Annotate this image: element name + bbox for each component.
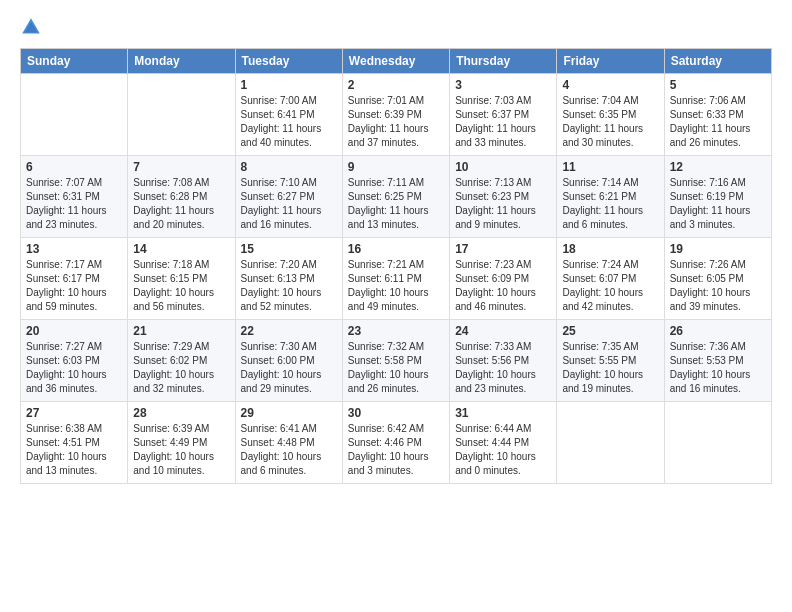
day-number: 2 bbox=[348, 78, 444, 92]
calendar-cell: 12Sunrise: 7:16 AM Sunset: 6:19 PM Dayli… bbox=[664, 156, 771, 238]
day-number: 4 bbox=[562, 78, 658, 92]
day-number: 29 bbox=[241, 406, 337, 420]
day-info: Sunrise: 7:26 AM Sunset: 6:05 PM Dayligh… bbox=[670, 258, 766, 314]
calendar-cell: 3Sunrise: 7:03 AM Sunset: 6:37 PM Daylig… bbox=[450, 74, 557, 156]
weekday-header-tuesday: Tuesday bbox=[235, 49, 342, 74]
day-info: Sunrise: 7:03 AM Sunset: 6:37 PM Dayligh… bbox=[455, 94, 551, 150]
day-info: Sunrise: 6:41 AM Sunset: 4:48 PM Dayligh… bbox=[241, 422, 337, 478]
day-info: Sunrise: 7:07 AM Sunset: 6:31 PM Dayligh… bbox=[26, 176, 122, 232]
logo bbox=[20, 16, 46, 38]
calendar-cell: 28Sunrise: 6:39 AM Sunset: 4:49 PM Dayli… bbox=[128, 402, 235, 484]
logo-icon bbox=[20, 16, 42, 38]
day-number: 25 bbox=[562, 324, 658, 338]
day-number: 6 bbox=[26, 160, 122, 174]
day-number: 5 bbox=[670, 78, 766, 92]
day-number: 10 bbox=[455, 160, 551, 174]
day-number: 15 bbox=[241, 242, 337, 256]
week-row-2: 6Sunrise: 7:07 AM Sunset: 6:31 PM Daylig… bbox=[21, 156, 772, 238]
calendar-cell: 31Sunrise: 6:44 AM Sunset: 4:44 PM Dayli… bbox=[450, 402, 557, 484]
day-info: Sunrise: 7:23 AM Sunset: 6:09 PM Dayligh… bbox=[455, 258, 551, 314]
day-info: Sunrise: 7:06 AM Sunset: 6:33 PM Dayligh… bbox=[670, 94, 766, 150]
day-info: Sunrise: 7:17 AM Sunset: 6:17 PM Dayligh… bbox=[26, 258, 122, 314]
header bbox=[20, 16, 772, 38]
day-number: 11 bbox=[562, 160, 658, 174]
calendar-cell: 24Sunrise: 7:33 AM Sunset: 5:56 PM Dayli… bbox=[450, 320, 557, 402]
day-info: Sunrise: 7:27 AM Sunset: 6:03 PM Dayligh… bbox=[26, 340, 122, 396]
day-info: Sunrise: 7:35 AM Sunset: 5:55 PM Dayligh… bbox=[562, 340, 658, 396]
calendar-cell bbox=[128, 74, 235, 156]
day-number: 3 bbox=[455, 78, 551, 92]
weekday-header-thursday: Thursday bbox=[450, 49, 557, 74]
weekday-header-row: SundayMondayTuesdayWednesdayThursdayFrid… bbox=[21, 49, 772, 74]
week-row-5: 27Sunrise: 6:38 AM Sunset: 4:51 PM Dayli… bbox=[21, 402, 772, 484]
day-number: 12 bbox=[670, 160, 766, 174]
day-info: Sunrise: 7:36 AM Sunset: 5:53 PM Dayligh… bbox=[670, 340, 766, 396]
day-number: 26 bbox=[670, 324, 766, 338]
day-info: Sunrise: 7:14 AM Sunset: 6:21 PM Dayligh… bbox=[562, 176, 658, 232]
calendar-cell: 21Sunrise: 7:29 AM Sunset: 6:02 PM Dayli… bbox=[128, 320, 235, 402]
weekday-header-monday: Monday bbox=[128, 49, 235, 74]
calendar-cell: 10Sunrise: 7:13 AM Sunset: 6:23 PM Dayli… bbox=[450, 156, 557, 238]
calendar-cell: 20Sunrise: 7:27 AM Sunset: 6:03 PM Dayli… bbox=[21, 320, 128, 402]
day-info: Sunrise: 7:00 AM Sunset: 6:41 PM Dayligh… bbox=[241, 94, 337, 150]
day-info: Sunrise: 6:39 AM Sunset: 4:49 PM Dayligh… bbox=[133, 422, 229, 478]
calendar-cell: 13Sunrise: 7:17 AM Sunset: 6:17 PM Dayli… bbox=[21, 238, 128, 320]
day-info: Sunrise: 7:29 AM Sunset: 6:02 PM Dayligh… bbox=[133, 340, 229, 396]
day-info: Sunrise: 6:38 AM Sunset: 4:51 PM Dayligh… bbox=[26, 422, 122, 478]
day-info: Sunrise: 7:32 AM Sunset: 5:58 PM Dayligh… bbox=[348, 340, 444, 396]
day-number: 30 bbox=[348, 406, 444, 420]
day-number: 20 bbox=[26, 324, 122, 338]
calendar-cell: 18Sunrise: 7:24 AM Sunset: 6:07 PM Dayli… bbox=[557, 238, 664, 320]
calendar-cell: 2Sunrise: 7:01 AM Sunset: 6:39 PM Daylig… bbox=[342, 74, 449, 156]
calendar-cell: 27Sunrise: 6:38 AM Sunset: 4:51 PM Dayli… bbox=[21, 402, 128, 484]
day-number: 9 bbox=[348, 160, 444, 174]
weekday-header-sunday: Sunday bbox=[21, 49, 128, 74]
calendar-cell bbox=[21, 74, 128, 156]
day-info: Sunrise: 7:33 AM Sunset: 5:56 PM Dayligh… bbox=[455, 340, 551, 396]
calendar-cell: 11Sunrise: 7:14 AM Sunset: 6:21 PM Dayli… bbox=[557, 156, 664, 238]
day-number: 1 bbox=[241, 78, 337, 92]
day-info: Sunrise: 7:11 AM Sunset: 6:25 PM Dayligh… bbox=[348, 176, 444, 232]
page: SundayMondayTuesdayWednesdayThursdayFrid… bbox=[0, 0, 792, 612]
calendar-cell: 4Sunrise: 7:04 AM Sunset: 6:35 PM Daylig… bbox=[557, 74, 664, 156]
day-number: 7 bbox=[133, 160, 229, 174]
day-number: 27 bbox=[26, 406, 122, 420]
day-number: 22 bbox=[241, 324, 337, 338]
day-info: Sunrise: 6:42 AM Sunset: 4:46 PM Dayligh… bbox=[348, 422, 444, 478]
weekday-header-wednesday: Wednesday bbox=[342, 49, 449, 74]
calendar-cell: 25Sunrise: 7:35 AM Sunset: 5:55 PM Dayli… bbox=[557, 320, 664, 402]
calendar-cell: 26Sunrise: 7:36 AM Sunset: 5:53 PM Dayli… bbox=[664, 320, 771, 402]
day-info: Sunrise: 7:16 AM Sunset: 6:19 PM Dayligh… bbox=[670, 176, 766, 232]
calendar-cell bbox=[664, 402, 771, 484]
week-row-4: 20Sunrise: 7:27 AM Sunset: 6:03 PM Dayli… bbox=[21, 320, 772, 402]
calendar-cell: 6Sunrise: 7:07 AM Sunset: 6:31 PM Daylig… bbox=[21, 156, 128, 238]
calendar-cell bbox=[557, 402, 664, 484]
calendar-cell: 9Sunrise: 7:11 AM Sunset: 6:25 PM Daylig… bbox=[342, 156, 449, 238]
day-info: Sunrise: 7:04 AM Sunset: 6:35 PM Dayligh… bbox=[562, 94, 658, 150]
day-info: Sunrise: 7:30 AM Sunset: 6:00 PM Dayligh… bbox=[241, 340, 337, 396]
day-info: Sunrise: 7:01 AM Sunset: 6:39 PM Dayligh… bbox=[348, 94, 444, 150]
day-number: 19 bbox=[670, 242, 766, 256]
day-number: 14 bbox=[133, 242, 229, 256]
calendar-cell: 8Sunrise: 7:10 AM Sunset: 6:27 PM Daylig… bbox=[235, 156, 342, 238]
calendar-cell: 14Sunrise: 7:18 AM Sunset: 6:15 PM Dayli… bbox=[128, 238, 235, 320]
day-info: Sunrise: 7:08 AM Sunset: 6:28 PM Dayligh… bbox=[133, 176, 229, 232]
calendar-cell: 22Sunrise: 7:30 AM Sunset: 6:00 PM Dayli… bbox=[235, 320, 342, 402]
calendar-cell: 5Sunrise: 7:06 AM Sunset: 6:33 PM Daylig… bbox=[664, 74, 771, 156]
day-info: Sunrise: 7:18 AM Sunset: 6:15 PM Dayligh… bbox=[133, 258, 229, 314]
day-number: 8 bbox=[241, 160, 337, 174]
week-row-3: 13Sunrise: 7:17 AM Sunset: 6:17 PM Dayli… bbox=[21, 238, 772, 320]
calendar-cell: 19Sunrise: 7:26 AM Sunset: 6:05 PM Dayli… bbox=[664, 238, 771, 320]
day-number: 23 bbox=[348, 324, 444, 338]
calendar-cell: 1Sunrise: 7:00 AM Sunset: 6:41 PM Daylig… bbox=[235, 74, 342, 156]
weekday-header-saturday: Saturday bbox=[664, 49, 771, 74]
calendar-body: 1Sunrise: 7:00 AM Sunset: 6:41 PM Daylig… bbox=[21, 74, 772, 484]
calendar-cell: 15Sunrise: 7:20 AM Sunset: 6:13 PM Dayli… bbox=[235, 238, 342, 320]
calendar-cell: 16Sunrise: 7:21 AM Sunset: 6:11 PM Dayli… bbox=[342, 238, 449, 320]
day-number: 13 bbox=[26, 242, 122, 256]
weekday-header-friday: Friday bbox=[557, 49, 664, 74]
week-row-1: 1Sunrise: 7:00 AM Sunset: 6:41 PM Daylig… bbox=[21, 74, 772, 156]
calendar-cell: 30Sunrise: 6:42 AM Sunset: 4:46 PM Dayli… bbox=[342, 402, 449, 484]
calendar-cell: 17Sunrise: 7:23 AM Sunset: 6:09 PM Dayli… bbox=[450, 238, 557, 320]
calendar-cell: 7Sunrise: 7:08 AM Sunset: 6:28 PM Daylig… bbox=[128, 156, 235, 238]
